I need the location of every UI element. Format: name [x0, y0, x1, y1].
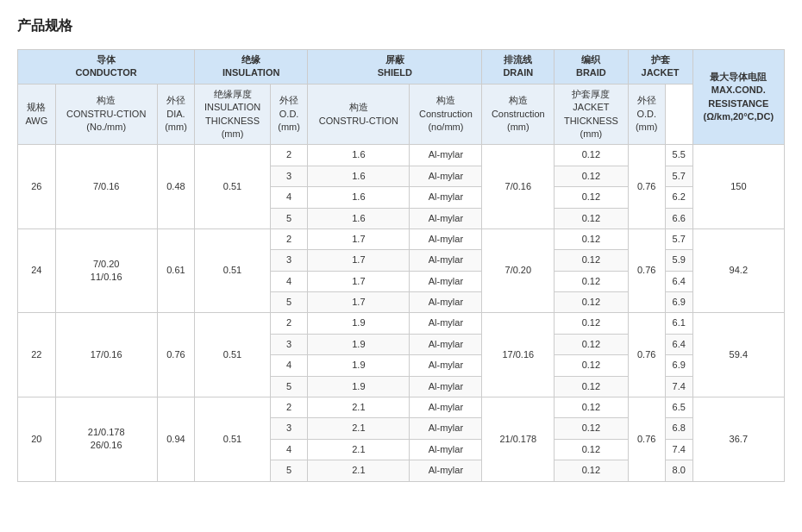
shield-cell: Al-mylar	[410, 271, 482, 291]
od-cell: 1.6	[308, 187, 410, 208]
jacket-od-cell: 6.4	[665, 334, 692, 354]
awg-cell: 24	[18, 228, 56, 313]
od-cell: 1.6	[308, 145, 410, 166]
shield-cell: Al-mylar	[410, 166, 482, 186]
od-cell: 1.9	[308, 355, 410, 376]
resistance-cell: 94.2	[692, 228, 784, 313]
cores-cell: 3	[270, 166, 307, 186]
resistance-cell: 36.7	[692, 397, 784, 482]
dia-cell: 0.94	[157, 397, 194, 482]
insul-thickness-header: 绝缘厚度INSULATIONTHICKNESS(mm)	[195, 84, 271, 145]
awg-cell: 20	[18, 397, 56, 482]
awg-cell: 22	[18, 313, 56, 397]
cores-cell: 3	[270, 250, 307, 271]
jacket-od-cell: 6.8	[665, 418, 692, 439]
od-cell: 1.9	[308, 334, 410, 354]
insul-od-header: 外径O.D.(mm)	[270, 84, 307, 145]
cores-cell: 2	[270, 228, 307, 249]
shield-cell: Al-mylar	[410, 228, 482, 249]
braid-cell: 0.12	[555, 376, 628, 397]
od-cell: 1.9	[308, 376, 410, 397]
dia-cell: 0.61	[157, 228, 194, 313]
shield-cell: Al-mylar	[410, 250, 482, 271]
construction-cell: 7/0.20 11/0.16	[55, 228, 157, 313]
shield-cell: Al-mylar	[410, 292, 482, 313]
od-cell: 1.7	[308, 250, 410, 271]
construction-cell: 7/0.16	[55, 145, 157, 229]
od-cell: 1.7	[308, 228, 410, 249]
shield-cell: Al-mylar	[410, 418, 482, 439]
braid-constr-header: 构造Construction(mm)	[482, 84, 555, 145]
jacket-od-cell: 6.5	[665, 397, 692, 418]
jacket-od-cell: 7.4	[665, 376, 692, 397]
table-row: 2021/0.178 26/0.160.940.5122.1Al-mylar21…	[18, 397, 785, 418]
jacket-thickness-cell: 0.76	[628, 313, 665, 397]
resistance-cell: 150	[692, 145, 784, 229]
jacket-thickness-cell: 0.76	[628, 145, 665, 229]
jacket-thickness-cell: 0.76	[628, 228, 665, 313]
shield-group-header: 屏蔽SHIELD	[308, 50, 482, 84]
od-cell: 2.1	[308, 418, 410, 439]
dia-header: 外径DIA.(mm)	[157, 84, 194, 145]
cores-cell: 2	[270, 397, 307, 418]
jacket-od-cell: 6.2	[665, 187, 692, 208]
cores-cell: 2	[270, 145, 307, 166]
jacket-od-cell: 8.0	[665, 460, 692, 481]
table-row: 267/0.160.480.5121.6Al-mylar7/0.160.120.…	[18, 145, 785, 166]
awg-header: 规格AWG	[18, 84, 56, 145]
od-cell: 2.1	[308, 397, 410, 418]
awg-cell: 26	[18, 145, 56, 229]
jacket-od-cell: 6.1	[665, 313, 692, 334]
jacket-od-cell: 6.9	[665, 355, 692, 376]
resistance-cell: 59.4	[692, 313, 784, 397]
od-cell: 1.6	[308, 208, 410, 228]
jacket-od-cell: 7.4	[665, 439, 692, 460]
jacket-thickness-cell: 0.76	[628, 397, 665, 482]
braid-cell: 0.12	[555, 228, 628, 249]
braid-cell: 0.12	[555, 439, 628, 460]
jacket-od-cell: 5.9	[665, 250, 692, 271]
insul-thickness-cell: 0.51	[195, 313, 271, 397]
shield-cell: Al-mylar	[410, 187, 482, 208]
braid-group-header: 编织BRAID	[555, 50, 628, 84]
braid-cell: 0.12	[555, 460, 628, 481]
od-cell: 2.1	[308, 460, 410, 481]
insul-thickness-cell: 0.51	[195, 145, 271, 229]
jacket-od-cell: 5.7	[665, 228, 692, 249]
table-row: 2217/0.160.760.5121.9Al-mylar17/0.160.12…	[18, 313, 785, 334]
braid-cell: 0.12	[555, 418, 628, 439]
conductor-group-header: 导体CONDUCTOR	[18, 50, 195, 84]
od-cell: 2.1	[308, 439, 410, 460]
table-row: 247/0.20 11/0.160.610.5121.7Al-mylar7/0.…	[18, 228, 785, 249]
od-cell: 1.9	[308, 313, 410, 334]
braid-cell: 0.12	[555, 313, 628, 334]
od-cell: 1.6	[308, 166, 410, 186]
cores-cell: 3	[270, 418, 307, 439]
cores-cell: 4	[270, 355, 307, 376]
drain-cell: 21/0.178	[482, 397, 555, 482]
dia-cell: 0.76	[157, 313, 194, 397]
braid-cell: 0.12	[555, 187, 628, 208]
braid-cell: 0.12	[555, 145, 628, 166]
braid-cell: 0.12	[555, 355, 628, 376]
braid-cell: 0.12	[555, 334, 628, 354]
shield-cell: Al-mylar	[410, 313, 482, 334]
jacket-od-cell: 6.4	[665, 271, 692, 291]
shield-cell: Al-mylar	[410, 460, 482, 481]
shield-cell: Al-mylar	[410, 208, 482, 228]
cores-cell: 2	[270, 313, 307, 334]
resistance-group-header: 最大导体电阻MAX.COND.RESISTANCE(Ω/km,20°C,DC)	[692, 50, 784, 145]
cores-cell: 4	[270, 271, 307, 291]
insulation-group-header: 绝缘INSULATION	[195, 50, 308, 84]
shield-cell: Al-mylar	[410, 145, 482, 166]
cores-cell: 3	[270, 334, 307, 354]
shield-cell: Al-mylar	[410, 376, 482, 397]
shield-cell: Al-mylar	[410, 334, 482, 354]
shield-cell: Al-mylar	[410, 439, 482, 460]
od-cell: 1.7	[308, 271, 410, 291]
braid-cell: 0.12	[555, 208, 628, 228]
insul-thickness-cell: 0.51	[195, 397, 271, 482]
construction-header: 构造CONSTRU-CTION(No./mm)	[55, 84, 157, 145]
braid-cell: 0.12	[555, 292, 628, 313]
drain-group-header: 排流线DRAIN	[482, 50, 555, 84]
